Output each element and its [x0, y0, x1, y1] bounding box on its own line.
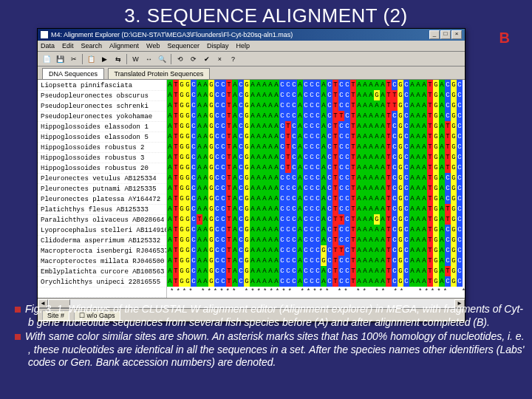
menu-search[interactable]: Search — [81, 42, 103, 50]
close-button[interactable]: × — [451, 30, 462, 39]
toolbar-button-7[interactable]: ↔ — [143, 53, 155, 65]
species-row[interactable]: Hippoglossoides robustus 20 — [38, 163, 166, 174]
toolbar-button-8[interactable]: 🔍 — [156, 53, 168, 65]
species-list[interactable]: Liopsetta pinnifasciataPseudopleuronecte… — [38, 80, 167, 298]
toolbar-separator — [171, 54, 171, 64]
tab-protein[interactable]: Translated Protein Sequences — [108, 68, 211, 79]
toolbar-button-0[interactable]: 📄 — [41, 53, 53, 65]
species-row[interactable]: Hippoglossoides robustus 2 — [38, 143, 166, 153]
species-row[interactable]: Orychlichthys unipeci 22816555 — [38, 277, 166, 287]
sequence-row[interactable]: ATGGCAAGCCTACGAAAAACCCACCCACTTCTAAAAATCG… — [167, 111, 465, 121]
consensus-row: **** ****** ******** ***** ** ** ** ** *… — [167, 287, 465, 297]
species-row[interactable]: Clidoderma asperrimum AB125332 — [38, 236, 166, 246]
toolbar-separator — [126, 54, 127, 64]
alignment-panel: Liopsetta pinnifasciataPseudopleuronecte… — [38, 80, 465, 298]
menu-edit[interactable]: Edit — [62, 42, 74, 50]
species-row[interactable]: Pleuronectes platessa AY164472 — [38, 194, 166, 205]
sequence-row[interactable]: ATGGCAAGCCTACGAAAAACCCACCCACTCCTAAAAATCG… — [167, 266, 465, 276]
minimize-button[interactable]: _ — [429, 30, 440, 39]
species-row[interactable]: Platichthys flesus AB125333 — [38, 205, 166, 215]
species-row[interactable]: Macropteroctes millata RJ046500 — [38, 256, 166, 267]
toolbar: 📄💾✂📋▶⇆W↔🔍⟲⟳✔×? — [38, 52, 465, 66]
sequence-row[interactable]: ATGGCAAGCCTACGAAAAACCCACCCGCTTCTAAAAATCG… — [167, 245, 465, 256]
toolbar-button-9[interactable]: ⟲ — [174, 53, 186, 65]
toolbar-button-10[interactable]: ⟳ — [187, 53, 200, 65]
menu-help[interactable]: Help — [236, 42, 250, 50]
sequence-row[interactable]: ATGGCAAGCCTACGAAAAACCCACCCGCTCCTAAAAATCG… — [167, 256, 465, 266]
bullet-icon — [15, 307, 21, 313]
sequence-row[interactable]: ATGGCAAGCCTACGAAAAACCCACCCACTCCTAAAGATTG… — [167, 90, 465, 100]
species-row[interactable]: Liopsetta pinnifasciata — [38, 81, 166, 91]
alignment-explorer-window: M4: Alignment Explorer (D:\GEN-STAT\MEGA… — [37, 28, 466, 322]
species-row[interactable]: Pseudopleuronectes schrenki — [38, 101, 166, 112]
figure-caption: Fig. 3. 1. Windows of the CLUSTAL W alig… — [7, 303, 525, 371]
sequence-row[interactable]: ATGGCAAGCCTACGAAAAACCCACCCACTCCTAAAAATCG… — [167, 173, 465, 183]
window-title: M4: Alignment Explorer (D:\GEN-STAT\MEGA… — [51, 31, 429, 38]
sequence-row[interactable]: ATGGCAAGCCTACGAAAAACTCACCCACTCCTAAAAATCG… — [167, 121, 465, 132]
panel-badge-b: B — [499, 30, 510, 47]
sequence-row[interactable]: ATGGCAAGCCTACGAAAAACCCACCCACTCCTAAAAATCG… — [167, 194, 465, 204]
sequence-row[interactable]: ATGGCAAGCCTACGAAAAACCCACCCACTCCTAAAAATCG… — [167, 183, 465, 194]
sequence-row[interactable]: ATGGCTAGCCTACGAAAAACCCACCCACTTCTAAAGATCG… — [167, 214, 465, 225]
toolbar-button-4[interactable]: ▶ — [98, 53, 111, 65]
sequence-row[interactable]: ATGGCAAGCCTACGAAAAACCCACCCACTCCTAAAAATCG… — [167, 80, 465, 90]
bullet-icon — [15, 334, 21, 340]
toolbar-button-5[interactable]: ⇆ — [112, 53, 124, 65]
toolbar-button-3[interactable]: 📋 — [85, 53, 98, 65]
menu-web[interactable]: Web — [146, 42, 160, 50]
sequence-row[interactable]: ATGGCAAGCCTACGAAAAACTCACCCACTCCTAAAAATCG… — [167, 142, 465, 152]
species-row[interactable]: Emblyplatichta curcore AB108563 — [38, 267, 166, 277]
species-row[interactable]: Hippoglossoides elassodon 5 — [38, 132, 166, 143]
toolbar-button-13[interactable]: ? — [227, 53, 239, 65]
toolbar-button-1[interactable]: 💾 — [54, 53, 66, 65]
species-row[interactable]: Pleuronectes putnami AB125335 — [38, 184, 166, 194]
sequence-row[interactable]: ATGGCAAGCCTACGAAAAACCCACCCACTCCTAAAAATCG… — [167, 225, 465, 235]
app-icon — [41, 31, 48, 38]
species-row[interactable]: Lyoprocephalus stelleri AB114910 — [38, 225, 166, 236]
caption-line-2: With same color similar sites are shown.… — [25, 330, 525, 368]
toolbar-button-6[interactable]: W — [129, 53, 142, 65]
species-row[interactable]: Paralichthys olivaceus AB028664 — [38, 215, 166, 225]
tab-dna[interactable]: DNA Sequences — [42, 68, 104, 79]
tab-strip: DNA Sequences Translated Protein Sequenc… — [38, 66, 465, 80]
menu-display[interactable]: Display — [207, 42, 229, 50]
species-row[interactable]: Hippoglossoides elassodon 1 — [38, 122, 166, 132]
toolbar-button-11[interactable]: ✔ — [200, 53, 213, 65]
species-row[interactable]: Pseudopleuronectes obscurus — [38, 91, 166, 101]
caption-line-1: Fig. 3. 1. Windows of the CLUSTAL W alig… — [25, 303, 523, 328]
sequence-row[interactable]: ATGGCAAGCCTACGAAAAACCCACCCACTCCTAAAAATTG… — [167, 100, 465, 111]
sequence-row[interactable]: ATGGCAAGCCTACGAAAAACCCACCCACTCCTAAAAATCG… — [167, 276, 465, 287]
sequence-row[interactable]: ATGGCAAGCCTACGAAAAACCCACCCACTCCTAAAAATCG… — [167, 204, 465, 214]
toolbar-separator — [82, 54, 83, 64]
sequence-row[interactable]: ATGGCAAGCCTACGAAAAACTCACCCACTCCTAAAAATCG… — [167, 132, 465, 142]
menu-sequencer[interactable]: Sequencer — [167, 42, 200, 50]
menu-alignment[interactable]: Alignment — [109, 42, 139, 50]
menu-bar: DataEditSearchAlignmentWebSequencerDispl… — [38, 41, 465, 52]
slide-title: 3. SEQUENCE ALIGNMENT (2) — [0, 0, 532, 30]
species-row[interactable]: Hippoglossoides robustus 3 — [38, 153, 166, 163]
sequence-row[interactable]: ATGGCAAGCCTACGAAAAACTCACCCACTCCTAAAAATCG… — [167, 152, 465, 163]
species-row[interactable]: Pseudopleuronectes yokohamae — [38, 112, 166, 122]
sequence-row[interactable]: ATGGCAAGCCTACGAAAAACTCACCCACTCCTAAAAATCG… — [167, 163, 465, 173]
maximize-button[interactable]: □ — [440, 30, 451, 39]
titlebar[interactable]: M4: Alignment Explorer (D:\GEN-STAT\MEGA… — [38, 29, 465, 41]
sequence-row[interactable]: ATGGCAAGCCTACGAAAAACCCACCCACTCCTAAAAATCG… — [167, 235, 465, 245]
menu-data[interactable]: Data — [41, 42, 55, 50]
sequence-grid[interactable]: ATGGCAAGCCTACGAAAAACCCACCCACTCCTAAAAATCG… — [167, 80, 465, 298]
species-row[interactable]: Pleuronectes vetulus AB125334 — [38, 174, 166, 184]
toolbar-button-2[interactable]: ✂ — [67, 53, 80, 65]
toolbar-button-12[interactable]: × — [214, 53, 226, 65]
species-row[interactable]: Macropterocta isenbergi RJ046537 — [38, 246, 166, 256]
